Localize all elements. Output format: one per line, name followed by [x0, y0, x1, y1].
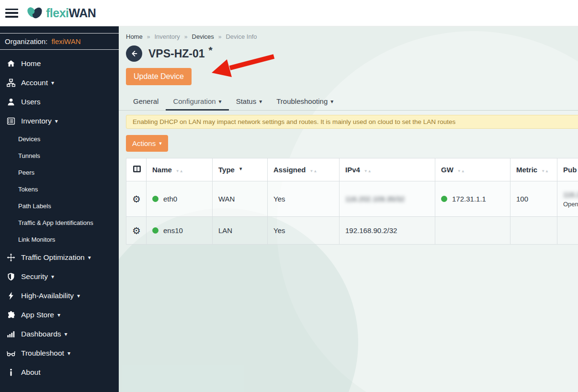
- update-device-button[interactable]: Update Device: [126, 68, 192, 85]
- sidebar-item-inventory[interactable]: Inventory ▾: [0, 112, 119, 131]
- sidebar-item-about[interactable]: About: [0, 363, 119, 382]
- sort-icons[interactable]: ▼▲: [457, 169, 465, 173]
- sort-desc-icon[interactable]: ▼: [238, 166, 243, 171]
- sidebar-subitem-devices[interactable]: Devices: [0, 131, 119, 147]
- organization-bar: Organization: flexiWAN: [0, 33, 119, 50]
- sort-icons[interactable]: ▼▲: [310, 169, 317, 173]
- sidebar-item-label: High-Availability: [21, 291, 74, 300]
- caret-down-icon: ▾: [68, 350, 70, 357]
- sidebar-item-label: About: [21, 368, 41, 377]
- sidebar-item-troubleshoot[interactable]: Troubleshoot ▾: [0, 344, 119, 363]
- flexiwan-logo[interactable]: flexiWAN: [26, 5, 96, 21]
- column-header-ipv4[interactable]: IPv4▼▲: [340, 158, 435, 181]
- hamburger-menu-icon[interactable]: [5, 9, 18, 18]
- breadcrumb-separator: »: [218, 34, 222, 40]
- sidebar-subitem-tokens[interactable]: Tokens: [0, 181, 119, 198]
- unsaved-changes-marker: *: [209, 45, 213, 56]
- type-cell: WAN: [213, 181, 268, 217]
- sidebar-subitem-tunnels[interactable]: Tunnels: [0, 147, 119, 164]
- breadcrumb-separator: »: [184, 34, 188, 40]
- sidebar-item-dashboards[interactable]: Dashboards ▾: [0, 325, 119, 344]
- columns-toggle-header[interactable]: [126, 158, 147, 181]
- tab-bar: General Configuration▾ Status▾ Troublesh…: [119, 93, 578, 111]
- arrow-left-icon: [130, 49, 138, 58]
- bolt-icon: [6, 291, 16, 301]
- redacted-public-ip: 116.2: [563, 190, 578, 199]
- list-icon: [6, 116, 16, 126]
- column-header-gw[interactable]: GW▼▲: [435, 158, 510, 181]
- table-row-eth0: ⚙ eth0 WAN Yes 116.202.109.35/32 172.31.…: [126, 181, 578, 217]
- device-title-row: VPS-HZ-01 *: [126, 45, 578, 62]
- subitem-label: Path Labels: [18, 202, 51, 210]
- sidebar-item-label: Users: [21, 98, 40, 106]
- gw-cell: [435, 217, 510, 245]
- sidebar-item-app-store[interactable]: App Store ▾: [0, 305, 119, 325]
- caret-down-icon: ▾: [51, 79, 54, 86]
- actions-button[interactable]: Actions ▾: [126, 135, 168, 152]
- caret-down-icon: ▾: [77, 292, 80, 299]
- column-header-public[interactable]: Pub: [557, 158, 578, 181]
- sort-icons[interactable]: ▼▲: [364, 169, 372, 173]
- ipv4-cell: 192.168.90.2/32: [340, 217, 435, 245]
- sort-icons[interactable]: ▼▲: [541, 169, 549, 173]
- row-settings-cell[interactable]: ⚙: [126, 181, 147, 217]
- sidebar-subitem-traffic-app-identifications[interactable]: Traffic & App Identifications: [0, 214, 119, 231]
- page-title: VPS-HZ-01: [148, 47, 205, 60]
- row-settings-cell[interactable]: ⚙: [126, 217, 147, 245]
- sitemap-icon: [6, 78, 16, 88]
- status-dot-green: [152, 196, 159, 202]
- organization-name-link[interactable]: flexiWAN: [51, 37, 80, 45]
- sidebar-item-users[interactable]: Users: [0, 92, 119, 112]
- sort-icons[interactable]: ▼▲: [176, 169, 183, 173]
- info-icon: [6, 368, 16, 377]
- breadcrumb: Home » Inventory » Devices » Device Info: [126, 33, 578, 40]
- ipv4-cell: 116.202.109.35/32: [340, 181, 435, 217]
- caret-down-icon: ▾: [330, 98, 333, 105]
- subitem-label: Tunnels: [18, 152, 40, 159]
- breadcrumb-devices[interactable]: Devices: [192, 33, 214, 40]
- assigned-cell: Yes: [268, 181, 340, 217]
- breadcrumb-home[interactable]: Home: [126, 33, 143, 40]
- move-arrows-icon: [6, 253, 16, 262]
- tab-label: Status: [236, 97, 257, 105]
- caret-down-icon: ▾: [88, 254, 91, 261]
- sidebar-item-account[interactable]: Account ▾: [0, 73, 119, 92]
- dhcp-warning-banner: Enabling DHCP on LAN may impact network …: [126, 115, 578, 129]
- sidebar-item-label: Home: [21, 59, 41, 68]
- actions-label: Actions: [132, 139, 156, 147]
- sidebar-item-traffic-optimization[interactable]: Traffic Optimization ▾: [0, 248, 119, 267]
- status-dot-green: [152, 227, 159, 234]
- tab-general[interactable]: General: [126, 93, 166, 110]
- tab-label: Troubleshooting: [276, 97, 328, 105]
- assigned-cell: Yes: [268, 217, 340, 245]
- sidebar-subitem-path-labels[interactable]: Path Labels: [0, 198, 119, 214]
- column-header-assigned[interactable]: Assigned▼▲: [268, 158, 340, 181]
- tab-label: General: [133, 97, 159, 105]
- sidebar-subitem-peers[interactable]: Peers: [0, 164, 119, 181]
- sidebar-item-high-availability[interactable]: High-Availability ▾: [0, 286, 119, 305]
- sidebar-item-security[interactable]: Security ▾: [0, 267, 119, 286]
- sidebar-nav: Home Account ▾ Users Inventory ▾ Devices…: [0, 54, 119, 382]
- caret-down-icon: ▾: [159, 140, 162, 146]
- puzzle-icon: [6, 310, 16, 320]
- sidebar-item-label: Security: [21, 272, 48, 281]
- column-header-metric[interactable]: Metric▼▲: [510, 158, 557, 181]
- tab-troubleshooting[interactable]: Troubleshooting▾: [269, 93, 340, 110]
- gear-icon[interactable]: ⚙: [132, 225, 141, 236]
- gear-icon[interactable]: ⚙: [132, 194, 141, 204]
- shield-icon: [6, 272, 16, 281]
- breadcrumb-inventory[interactable]: Inventory: [154, 33, 180, 40]
- subitem-label: Devices: [18, 135, 40, 143]
- back-button[interactable]: [126, 45, 142, 62]
- breadcrumb-device-info: Device Info: [226, 33, 257, 40]
- columns-icon: [132, 164, 142, 174]
- caret-down-icon: ▾: [51, 273, 54, 280]
- column-header-type[interactable]: Type▼: [213, 158, 268, 181]
- sidebar-item-label: Traffic Optimization: [21, 253, 85, 262]
- metric-cell: [510, 217, 557, 245]
- sidebar-item-home[interactable]: Home: [0, 54, 119, 73]
- sidebar-subitem-link-monitors[interactable]: Link Monitors: [0, 231, 119, 248]
- column-header-name[interactable]: Name▼▲: [147, 158, 213, 181]
- tab-status[interactable]: Status▾: [229, 93, 270, 110]
- tab-configuration[interactable]: Configuration▾: [166, 93, 228, 110]
